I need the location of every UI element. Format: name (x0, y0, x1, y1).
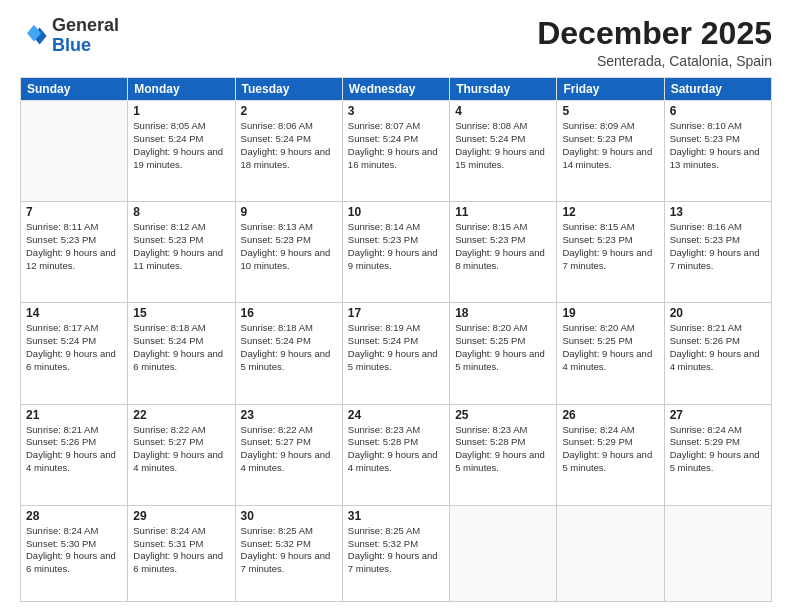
location: Senterada, Catalonia, Spain (537, 53, 772, 69)
day-cell: 30Sunrise: 8:25 AM Sunset: 5:32 PM Dayli… (235, 505, 342, 601)
day-number: 29 (133, 509, 229, 523)
day-info: Sunrise: 8:11 AM Sunset: 5:23 PM Dayligh… (26, 221, 122, 272)
day-number: 17 (348, 306, 444, 320)
weekday-friday: Friday (557, 78, 664, 101)
day-cell (450, 505, 557, 601)
week-row-5: 28Sunrise: 8:24 AM Sunset: 5:30 PM Dayli… (21, 505, 772, 601)
day-cell: 18Sunrise: 8:20 AM Sunset: 5:25 PM Dayli… (450, 303, 557, 404)
day-cell: 17Sunrise: 8:19 AM Sunset: 5:24 PM Dayli… (342, 303, 449, 404)
day-number: 11 (455, 205, 551, 219)
day-number: 26 (562, 408, 658, 422)
day-info: Sunrise: 8:20 AM Sunset: 5:25 PM Dayligh… (562, 322, 658, 373)
day-cell: 26Sunrise: 8:24 AM Sunset: 5:29 PM Dayli… (557, 404, 664, 505)
weekday-saturday: Saturday (664, 78, 771, 101)
day-info: Sunrise: 8:17 AM Sunset: 5:24 PM Dayligh… (26, 322, 122, 373)
day-info: Sunrise: 8:16 AM Sunset: 5:23 PM Dayligh… (670, 221, 766, 272)
day-cell: 2Sunrise: 8:06 AM Sunset: 5:24 PM Daylig… (235, 101, 342, 202)
day-info: Sunrise: 8:24 AM Sunset: 5:29 PM Dayligh… (670, 424, 766, 475)
day-cell: 29Sunrise: 8:24 AM Sunset: 5:31 PM Dayli… (128, 505, 235, 601)
day-cell: 3Sunrise: 8:07 AM Sunset: 5:24 PM Daylig… (342, 101, 449, 202)
week-row-2: 7Sunrise: 8:11 AM Sunset: 5:23 PM Daylig… (21, 202, 772, 303)
day-cell: 8Sunrise: 8:12 AM Sunset: 5:23 PM Daylig… (128, 202, 235, 303)
day-cell: 14Sunrise: 8:17 AM Sunset: 5:24 PM Dayli… (21, 303, 128, 404)
day-cell: 27Sunrise: 8:24 AM Sunset: 5:29 PM Dayli… (664, 404, 771, 505)
day-info: Sunrise: 8:22 AM Sunset: 5:27 PM Dayligh… (241, 424, 337, 475)
day-cell (664, 505, 771, 601)
day-info: Sunrise: 8:25 AM Sunset: 5:32 PM Dayligh… (241, 525, 337, 576)
day-number: 31 (348, 509, 444, 523)
day-number: 19 (562, 306, 658, 320)
day-info: Sunrise: 8:12 AM Sunset: 5:23 PM Dayligh… (133, 221, 229, 272)
day-number: 3 (348, 104, 444, 118)
calendar: SundayMondayTuesdayWednesdayThursdayFrid… (20, 77, 772, 602)
day-number: 12 (562, 205, 658, 219)
day-info: Sunrise: 8:18 AM Sunset: 5:24 PM Dayligh… (241, 322, 337, 373)
month-title: December 2025 (537, 16, 772, 51)
calendar-body: 1Sunrise: 8:05 AM Sunset: 5:24 PM Daylig… (21, 101, 772, 602)
day-number: 1 (133, 104, 229, 118)
day-cell: 15Sunrise: 8:18 AM Sunset: 5:24 PM Dayli… (128, 303, 235, 404)
day-cell: 5Sunrise: 8:09 AM Sunset: 5:23 PM Daylig… (557, 101, 664, 202)
day-info: Sunrise: 8:23 AM Sunset: 5:28 PM Dayligh… (455, 424, 551, 475)
day-cell: 11Sunrise: 8:15 AM Sunset: 5:23 PM Dayli… (450, 202, 557, 303)
day-cell: 20Sunrise: 8:21 AM Sunset: 5:26 PM Dayli… (664, 303, 771, 404)
day-number: 13 (670, 205, 766, 219)
day-info: Sunrise: 8:08 AM Sunset: 5:24 PM Dayligh… (455, 120, 551, 171)
weekday-monday: Monday (128, 78, 235, 101)
day-info: Sunrise: 8:21 AM Sunset: 5:26 PM Dayligh… (670, 322, 766, 373)
day-cell: 1Sunrise: 8:05 AM Sunset: 5:24 PM Daylig… (128, 101, 235, 202)
day-cell: 21Sunrise: 8:21 AM Sunset: 5:26 PM Dayli… (21, 404, 128, 505)
day-info: Sunrise: 8:21 AM Sunset: 5:26 PM Dayligh… (26, 424, 122, 475)
day-number: 10 (348, 205, 444, 219)
day-number: 28 (26, 509, 122, 523)
day-cell (21, 101, 128, 202)
day-number: 18 (455, 306, 551, 320)
logo: General Blue (20, 16, 119, 56)
day-cell: 4Sunrise: 8:08 AM Sunset: 5:24 PM Daylig… (450, 101, 557, 202)
day-info: Sunrise: 8:20 AM Sunset: 5:25 PM Dayligh… (455, 322, 551, 373)
day-cell: 24Sunrise: 8:23 AM Sunset: 5:28 PM Dayli… (342, 404, 449, 505)
day-info: Sunrise: 8:24 AM Sunset: 5:29 PM Dayligh… (562, 424, 658, 475)
day-info: Sunrise: 8:10 AM Sunset: 5:23 PM Dayligh… (670, 120, 766, 171)
day-number: 5 (562, 104, 658, 118)
day-info: Sunrise: 8:15 AM Sunset: 5:23 PM Dayligh… (562, 221, 658, 272)
day-cell: 22Sunrise: 8:22 AM Sunset: 5:27 PM Dayli… (128, 404, 235, 505)
day-number: 9 (241, 205, 337, 219)
day-number: 8 (133, 205, 229, 219)
week-row-4: 21Sunrise: 8:21 AM Sunset: 5:26 PM Dayli… (21, 404, 772, 505)
calendar-header: SundayMondayTuesdayWednesdayThursdayFrid… (21, 78, 772, 101)
day-number: 22 (133, 408, 229, 422)
day-cell: 6Sunrise: 8:10 AM Sunset: 5:23 PM Daylig… (664, 101, 771, 202)
day-cell: 13Sunrise: 8:16 AM Sunset: 5:23 PM Dayli… (664, 202, 771, 303)
day-info: Sunrise: 8:25 AM Sunset: 5:32 PM Dayligh… (348, 525, 444, 576)
day-info: Sunrise: 8:09 AM Sunset: 5:23 PM Dayligh… (562, 120, 658, 171)
day-number: 27 (670, 408, 766, 422)
weekday-thursday: Thursday (450, 78, 557, 101)
day-info: Sunrise: 8:24 AM Sunset: 5:31 PM Dayligh… (133, 525, 229, 576)
day-number: 14 (26, 306, 122, 320)
day-info: Sunrise: 8:05 AM Sunset: 5:24 PM Dayligh… (133, 120, 229, 171)
logo-icon (20, 22, 48, 50)
day-info: Sunrise: 8:13 AM Sunset: 5:23 PM Dayligh… (241, 221, 337, 272)
page-header: General Blue December 2025 Senterada, Ca… (20, 16, 772, 69)
day-info: Sunrise: 8:06 AM Sunset: 5:24 PM Dayligh… (241, 120, 337, 171)
day-number: 16 (241, 306, 337, 320)
day-number: 30 (241, 509, 337, 523)
title-block: December 2025 Senterada, Catalonia, Spai… (537, 16, 772, 69)
day-info: Sunrise: 8:15 AM Sunset: 5:23 PM Dayligh… (455, 221, 551, 272)
day-cell: 28Sunrise: 8:24 AM Sunset: 5:30 PM Dayli… (21, 505, 128, 601)
week-row-1: 1Sunrise: 8:05 AM Sunset: 5:24 PM Daylig… (21, 101, 772, 202)
day-cell: 9Sunrise: 8:13 AM Sunset: 5:23 PM Daylig… (235, 202, 342, 303)
day-info: Sunrise: 8:14 AM Sunset: 5:23 PM Dayligh… (348, 221, 444, 272)
day-number: 2 (241, 104, 337, 118)
day-cell: 25Sunrise: 8:23 AM Sunset: 5:28 PM Dayli… (450, 404, 557, 505)
weekday-row: SundayMondayTuesdayWednesdayThursdayFrid… (21, 78, 772, 101)
day-number: 20 (670, 306, 766, 320)
day-cell: 7Sunrise: 8:11 AM Sunset: 5:23 PM Daylig… (21, 202, 128, 303)
logo-text: General Blue (52, 16, 119, 56)
day-cell: 16Sunrise: 8:18 AM Sunset: 5:24 PM Dayli… (235, 303, 342, 404)
day-number: 25 (455, 408, 551, 422)
day-info: Sunrise: 8:24 AM Sunset: 5:30 PM Dayligh… (26, 525, 122, 576)
day-cell: 23Sunrise: 8:22 AM Sunset: 5:27 PM Dayli… (235, 404, 342, 505)
day-cell: 10Sunrise: 8:14 AM Sunset: 5:23 PM Dayli… (342, 202, 449, 303)
